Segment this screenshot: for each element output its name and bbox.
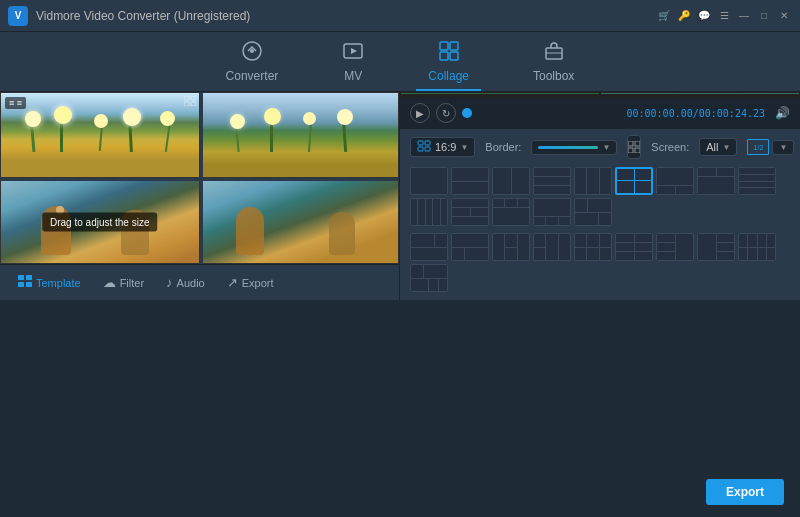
template-single[interactable] [410,167,448,195]
aspect-ratio-select[interactable]: 16:9 ▼ [410,137,475,157]
template-r2-7[interactable] [656,233,694,261]
template-r2-1[interactable] [410,233,448,261]
volume-icon[interactable]: 🔊 [775,106,790,120]
border-arrow: ▼ [602,143,610,152]
fraction-button[interactable]: 1/2 [747,139,769,155]
right-panel: ▶ ↻ 00:00:00.00/00:00:24.23 🔊 [400,92,800,300]
svg-rect-21 [628,141,633,146]
video-cell-bottom-left[interactable]: Drag to adjust the size [0,178,200,264]
template-3-1[interactable] [656,167,694,195]
collage-label: Collage [428,69,469,83]
toolbox-icon [543,40,565,65]
loop-button[interactable]: ↻ [436,103,456,123]
svg-rect-20 [425,147,430,151]
template-button[interactable]: Template [8,271,91,294]
template-5mix[interactable] [533,198,571,226]
template-2x2[interactable] [615,167,653,195]
screen-select[interactable]: All ▼ [699,138,737,156]
menu-icon[interactable]: ☰ [716,8,732,24]
svg-rect-19 [418,147,423,151]
maximize-button[interactable]: □ [756,8,772,24]
template-grid-row2 [410,231,790,294]
tab-converter[interactable]: Converter [214,34,291,89]
template-2v[interactable] [492,167,530,195]
svg-rect-12 [191,102,196,106]
template-6mix[interactable] [574,198,612,226]
template-4h[interactable] [738,167,776,195]
template-r2-3[interactable] [492,233,530,261]
svg-rect-9 [184,96,189,100]
video-cell-top-left[interactable]: ≡ ≡ [0,92,200,178]
template-4mix[interactable] [492,198,530,226]
export-icon: ↗ [227,275,238,290]
tab-collage[interactable]: Collage [416,34,481,91]
audio-button[interactable]: ♪ Audio [156,271,215,294]
template-1-3[interactable] [697,167,735,195]
template-3rows[interactable] [451,198,489,226]
preview-area [400,92,800,98]
template-r2-2[interactable] [451,233,489,261]
options-row: 16:9 ▼ Border: ▼ [410,135,790,159]
tab-toolbox[interactable]: Toolbox [521,34,586,89]
top-navigation: Converter MV Collage [0,32,800,92]
converter-label: Converter [226,69,279,83]
template-icon [18,275,32,290]
svg-rect-13 [18,275,24,280]
main-content: ≡ ≡ [0,92,800,300]
preview-cell-bottom-left [400,95,600,98]
time-display: 00:00:00.00/00:00:24.23 [627,108,766,119]
template-r2-4[interactable] [533,233,571,261]
mv-icon [342,40,364,65]
template-3v[interactable] [574,167,612,195]
horizontal-divider[interactable] [0,178,399,181]
export-button[interactable]: Export [706,479,784,505]
minimize-button[interactable]: — [736,8,752,24]
filter-icon: ☁ [103,275,116,290]
preview-cell-bottom-right [600,95,800,98]
shopping-icon[interactable]: 🛒 [656,8,672,24]
video-timestamp: ≡ ≡ [5,97,26,109]
template-5v[interactable] [410,198,448,226]
export-toolbar-button[interactable]: ↗ Export [217,271,284,294]
export-label: Export [242,277,274,289]
chat-icon[interactable]: 💬 [696,8,712,24]
window-title: Vidmore Video Converter (Unregistered) [36,9,656,23]
svg-rect-6 [450,52,458,60]
svg-rect-17 [418,141,423,145]
play-button[interactable]: ▶ [410,103,430,123]
key-icon[interactable]: 🔑 [676,8,692,24]
svg-point-1 [250,49,254,53]
close-button[interactable]: ✕ [776,8,792,24]
video-edit-area: ≡ ≡ [0,92,399,264]
progress-indicator [462,108,472,118]
video-cell-top-right[interactable] [200,92,400,178]
video-grid: ≡ ≡ [0,92,399,264]
grid-icon-button[interactable] [627,135,641,159]
aspect-ratio-icon [417,140,431,154]
svg-rect-18 [425,141,430,145]
left-panel: ≡ ≡ [0,92,400,300]
preview-controls: ▶ ↻ 00:00:00.00/00:00:24.23 🔊 [400,98,800,128]
template-r2-8[interactable] [697,233,735,261]
filter-button[interactable]: ☁ Filter [93,271,154,294]
tab-mv[interactable]: MV [330,34,376,89]
filter-label: Filter [120,277,144,289]
svg-rect-15 [18,282,24,287]
template-r2-6[interactable] [615,233,653,261]
template-label: Template [36,277,81,289]
collage-icon [438,40,460,65]
template-2h[interactable] [451,167,489,195]
svg-rect-24 [635,148,640,153]
svg-rect-23 [628,148,633,153]
template-3h[interactable] [533,167,571,195]
template-r2-5[interactable] [574,233,612,261]
drag-tooltip: Drag to adjust the size [42,213,158,232]
fraction-arrow: ▼ [779,143,787,152]
video-cell-bottom-right[interactable] [200,178,400,264]
fraction-select[interactable]: ▼ [772,140,794,155]
border-select[interactable]: ▼ [531,140,617,155]
aspect-ratio-value: 16:9 [435,141,456,153]
screen-label: Screen: [651,141,689,153]
template-r2-9[interactable] [738,233,776,261]
template-r2-10[interactable] [410,264,448,292]
